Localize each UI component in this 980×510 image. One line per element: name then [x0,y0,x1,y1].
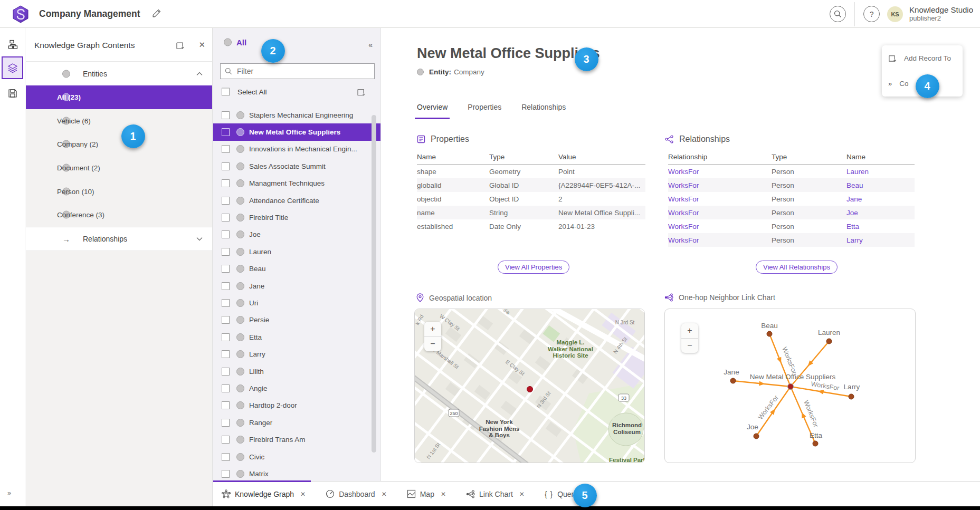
help-button[interactable]: ? [863,6,880,22]
entity-checkbox[interactable] [222,265,230,273]
entity-checkbox[interactable] [222,111,230,119]
save-button[interactable] [0,89,25,98]
entity-list-item[interactable]: Staplers Mechanical Engineering [213,107,380,123]
table-cell[interactable]: WorksFor [668,236,772,244]
kg-panel-close-icon[interactable]: ✕ [198,40,205,50]
close-tab-icon[interactable]: ✕ [300,490,306,498]
table-cell[interactable]: Etta [846,223,915,230]
node-label[interactable]: Lauren [818,329,840,336]
entity-type-item[interactable]: Conference (3) [26,203,212,227]
entity-checkbox[interactable] [222,197,230,205]
entity-checkbox[interactable] [222,419,230,427]
entity-list-item[interactable]: Angie [213,380,380,397]
zoom-out-button[interactable]: − [681,339,698,353]
entities-section-header[interactable]: Entities [26,62,212,85]
view-tab-map[interactable]: Map✕ [407,489,446,498]
close-tab-icon[interactable]: ✕ [519,490,525,498]
zoom-out-button[interactable]: − [424,337,441,352]
entity-checkbox[interactable] [222,162,230,170]
table-cell[interactable]: Lauren [846,168,915,176]
entity-list-item[interactable]: Attendance Certificate [213,192,380,209]
collapse-panel-icon[interactable]: « [368,41,372,49]
map-zoom-control[interactable]: +− [424,322,441,351]
entity-type-item[interactable]: Company (2) [26,132,212,156]
relationships-section-header[interactable]: → Relationships [26,227,212,251]
add-layer-icon[interactable] [176,41,185,50]
view-tab-link-chart[interactable]: Link Chart✕ [466,490,525,498]
filter-input[interactable] [237,67,364,75]
context-menu-item[interactable]: Add Record To [882,45,963,71]
table-cell[interactable]: WorksFor [668,223,772,230]
entity-list-item[interactable]: Lauren [213,243,380,260]
entity-list-item[interactable]: Hardtop 2-door [213,397,380,414]
table-cell[interactable]: WorksFor [668,195,772,203]
entity-checkbox[interactable] [222,333,230,341]
entity-list-item[interactable]: Civic [213,448,380,465]
node-label[interactable]: Etta [810,431,823,439]
entity-list-item[interactable]: Innovations in Mechanical Engin... [213,141,380,158]
entity-checkbox[interactable] [222,214,230,222]
entity-checkbox[interactable] [222,316,230,324]
view-tab-dashboard[interactable]: Dashboard✕ [326,489,387,498]
view-all-relationships-button[interactable]: View All Relationships [756,261,838,274]
entity-list-item[interactable]: Sales Associate Summit [213,158,380,175]
entity-checkbox[interactable] [222,401,230,409]
node-label[interactable]: Jane [724,368,739,376]
entity-checkbox[interactable] [222,470,230,478]
table-cell[interactable]: Joe [846,209,915,217]
edit-title-icon[interactable] [152,9,161,18]
entity-list-item[interactable]: Etta [213,329,380,345]
entity-type-item[interactable]: Vehicle (6) [26,109,212,133]
table-cell[interactable]: WorksFor [668,181,772,189]
entity-list-item[interactable]: Firebird Title [213,209,380,226]
contents-button[interactable] [0,63,25,73]
entity-list-item[interactable]: Managment Techniques [213,175,380,192]
zoom-in-button[interactable]: + [681,323,698,339]
model-schema-button[interactable] [0,40,25,50]
node-label[interactable]: Beau [761,322,778,330]
chart-zoom-control[interactable]: +− [681,323,698,353]
geospatial-map[interactable]: +− k RdW Clay StSaW Marshall StE Clay St… [414,309,645,463]
select-all-row[interactable]: Select All [213,84,380,100]
entity-checkbox[interactable] [222,436,230,444]
entity-checkbox[interactable] [222,384,230,392]
entity-list-scrollbar[interactable] [372,115,376,453]
app-logo-icon[interactable] [12,5,30,23]
entity-checkbox[interactable] [222,282,230,290]
node-label[interactable]: Joe [747,423,758,431]
record-tab-overview[interactable]: Overview [415,100,450,119]
entity-checkbox[interactable] [222,230,230,238]
table-cell[interactable]: WorksFor [668,209,772,217]
filter-field[interactable] [220,63,375,79]
entity-list-item[interactable]: New Metal Office Suppliers [213,123,380,140]
table-cell[interactable]: WorksFor [668,168,772,176]
center-node-label[interactable]: New Metal Office Suppliers [750,373,836,381]
record-tab-relationships[interactable]: Relationships [519,100,568,119]
entity-list-item[interactable]: Lilith [213,363,380,380]
record-tab-properties[interactable]: Properties [465,100,503,119]
table-cell[interactable]: Larry [846,236,915,244]
select-all-checkbox[interactable] [222,88,230,96]
close-tab-icon[interactable]: ✕ [382,490,387,498]
entity-list-item[interactable]: Uri [213,294,380,311]
avatar[interactable]: KS [887,6,903,22]
entity-checkbox[interactable] [222,350,230,358]
entity-checkbox[interactable] [222,453,230,461]
expand-rail-button[interactable]: » [7,489,11,497]
entity-checkbox[interactable] [222,248,230,256]
add-record-icon[interactable] [357,88,366,97]
entity-checkbox[interactable] [222,145,230,153]
entity-checkbox[interactable] [222,368,230,376]
entity-list-item[interactable]: Jane [213,277,380,294]
close-tab-icon[interactable]: ✕ [441,490,446,498]
table-cell[interactable]: Beau [846,181,915,189]
search-button[interactable] [830,6,846,22]
entity-list-item[interactable]: Firebird Trans Am [213,431,380,448]
entity-list-item[interactable]: Beau [213,261,380,277]
entity-type-item[interactable]: Document (2) [26,156,212,180]
entity-list-item[interactable]: Matrix [213,465,380,481]
entity-list-item[interactable]: Joe [213,226,380,243]
one-hop-link-chart[interactable]: +− WorksForWorksForWorksForWorksForBeauL… [664,309,916,463]
entity-type-item[interactable]: All (23) [26,85,212,109]
entity-checkbox[interactable] [222,299,230,307]
